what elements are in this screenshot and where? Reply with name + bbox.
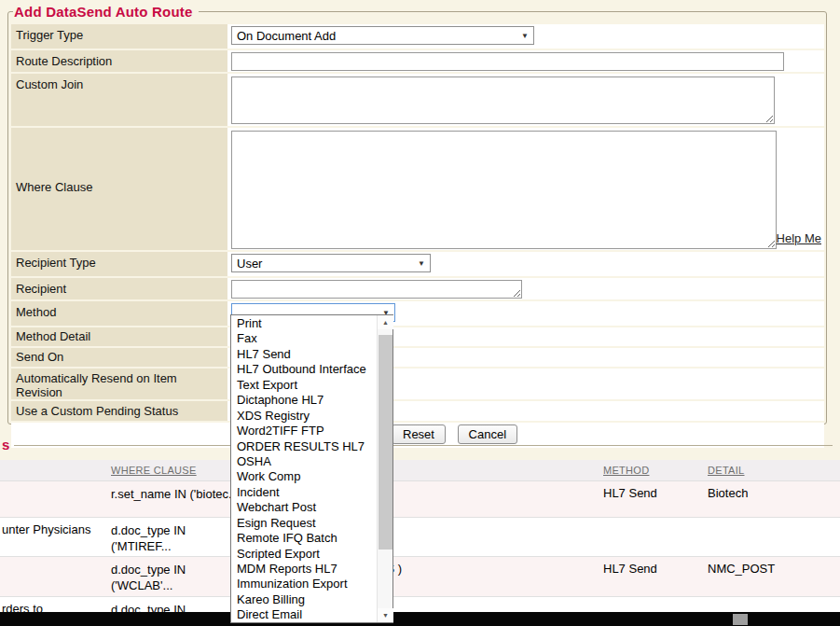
method-option[interactable]: Word2TIFF FTP (231, 424, 376, 438)
method-option[interactable]: Incident (231, 485, 376, 500)
dropdown-arrow-icon: ▼ (521, 33, 529, 40)
auto-resend-row: Automatically Resend on Item Revision (11, 369, 824, 399)
form-legend: Add DataSend Auto Route (13, 4, 199, 20)
method-option[interactable]: Work Comp (231, 469, 376, 484)
cell-method: HL7 Send (601, 480, 706, 517)
scrollbar-thumb[interactable] (733, 614, 748, 625)
cell-description (0, 480, 109, 517)
cell-description (0, 556, 109, 596)
method-option[interactable]: ORDER RESULTS HL7 (231, 439, 376, 454)
trigger-type-value: On Document Add (237, 29, 336, 43)
trigger-type-select[interactable]: On Document Add ▼ (231, 26, 534, 45)
method-dropdown-list: PrintFaxHL7 SendHL7 Outbound InterfaceTe… (230, 314, 393, 623)
table-row[interactable]: unter Physicians d.doc_type IN ('MTIREF.… (0, 517, 840, 556)
method-option[interactable]: HL7 Send (231, 347, 376, 362)
table-header-row: WHERE CLAUSE METHOD DETAIL (0, 460, 840, 480)
method-row: Method ▼ (11, 301, 824, 326)
method-option[interactable]: Text Export (231, 378, 376, 393)
method-option[interactable]: Scripted Export (231, 547, 376, 562)
cell-method: HL7 Send (601, 556, 706, 596)
cell-description: unter Physicians (0, 517, 109, 556)
method-options: PrintFaxHL7 SendHL7 Outbound InterfaceTe… (231, 316, 376, 621)
method-option[interactable]: Remote IFQ Batch (231, 531, 376, 546)
dropdown-scrollbar[interactable]: ▲ ▼ (377, 315, 392, 622)
custom-join-row: Custom Join (11, 74, 824, 126)
page: Add DataSend Auto Route Trigger Type On … (0, 0, 840, 626)
send-on-label: Send On (11, 348, 227, 367)
method-option[interactable]: Direct Email (231, 607, 376, 621)
method-option[interactable]: MDM Reports HL7 (231, 562, 376, 577)
table-row[interactable]: r.set_name IN ('biotec... HL7 Send Biote… (0, 480, 840, 517)
routes-table: WHERE CLAUSE METHOD DETAIL r.set_name IN… (0, 460, 840, 626)
method-option[interactable]: Fax (231, 331, 376, 346)
custom-join-textarea[interactable] (231, 77, 775, 124)
trigger-type-row: Trigger Type On Document Add ▼ (11, 24, 824, 49)
section-divider (14, 445, 833, 446)
method-option[interactable]: Esign Request (231, 516, 376, 531)
dropdown-arrow-icon: ▼ (418, 260, 425, 268)
custom-join-label: Custom Join (11, 74, 227, 126)
recipient-label: Recipient (11, 278, 227, 299)
table-row[interactable]: d.doc_type IN ('WCLAB'... NITED STATES )… (0, 556, 840, 596)
auto-resend-label: Automatically Resend on Item Revision (11, 369, 227, 399)
method-option[interactable]: Immunization Export (231, 577, 376, 591)
cell-detail (706, 517, 840, 556)
method-label: Method (11, 301, 227, 326)
custom-pending-status-label: Use a Custom Pending Status (11, 401, 227, 421)
recipient-input[interactable] (231, 280, 522, 299)
routes-section: s WHERE CLAUSE METHOD DETAIL r.set_n (0, 431, 840, 626)
where-clause-label: Where Clause (11, 128, 227, 250)
col-header-description (0, 460, 109, 480)
scroll-up-icon[interactable]: ▲ (378, 315, 393, 329)
add-datasend-auto-route-form: Add DataSend Auto Route Trigger Type On … (7, 4, 827, 424)
dropdown-scroll-thumb[interactable] (379, 335, 392, 549)
method-option[interactable]: Print (231, 316, 376, 331)
method-option[interactable]: Kareo Billing (231, 592, 376, 607)
method-detail-label: Method Detail (11, 327, 227, 346)
route-description-label: Route Description (11, 50, 227, 72)
scroll-down-icon[interactable]: ▼ (378, 608, 393, 622)
cell-detail: Biotech (706, 480, 840, 517)
route-description-row: Route Description (11, 50, 824, 72)
recipient-type-select[interactable]: User ▼ (231, 254, 431, 272)
col-header-method[interactable]: METHOD (601, 460, 706, 480)
bottom-black-bar (0, 612, 840, 626)
custom-pending-status-row: Use a Custom Pending Status (11, 401, 824, 421)
method-option[interactable]: Webchart Post (231, 500, 376, 515)
cell-method (601, 517, 706, 556)
cell-detail: NMC_POST (706, 556, 840, 596)
method-option[interactable]: Dictaphone HL7 (231, 393, 376, 408)
recipient-row: Recipient (11, 278, 824, 299)
routes-section-legend: s (2, 437, 9, 452)
where-clause-textarea[interactable] (231, 131, 777, 249)
send-on-row: Send On (11, 348, 824, 367)
recipient-type-label: Recipient Type (11, 252, 227, 276)
method-option[interactable]: OSHA (231, 454, 376, 469)
trigger-type-label: Trigger Type (11, 24, 227, 49)
route-description-input[interactable] (231, 52, 784, 71)
col-header-detail[interactable]: DETAIL (706, 460, 840, 480)
where-clause-row: Where Clause Help Me (11, 128, 824, 250)
method-option[interactable]: XDS Registry (231, 409, 376, 424)
recipient-type-value: User (237, 257, 262, 271)
help-me-link[interactable]: Help Me (777, 231, 821, 245)
method-detail-row: Method Detail (11, 327, 824, 346)
method-option[interactable]: HL7 Outbound Interface (231, 362, 376, 377)
recipient-type-row: Recipient Type User ▼ (11, 252, 824, 276)
